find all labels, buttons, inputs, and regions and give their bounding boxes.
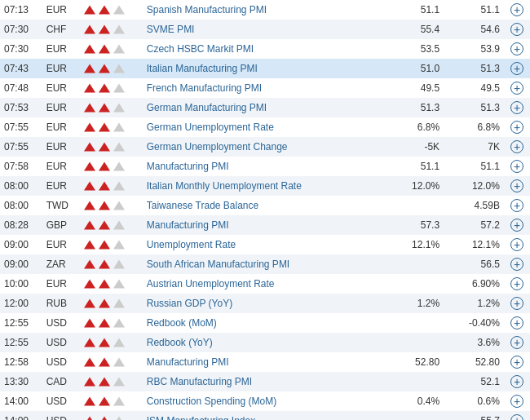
bull-icon [99, 377, 112, 387]
event-time: 14:00 [0, 391, 42, 411]
event-name[interactable]: German Unemployment Rate [143, 117, 383, 137]
event-name[interactable]: South African Manufacturing PMI [143, 254, 383, 274]
add-icon[interactable]: + [510, 160, 523, 173]
event-name[interactable]: Italian Manufacturing PMI [143, 59, 383, 78]
svg-marker-59 [113, 377, 125, 386]
event-add-button[interactable]: + [504, 78, 530, 98]
add-icon[interactable]: + [510, 414, 523, 420]
event-name[interactable]: SVME PMI [143, 20, 383, 39]
event-time: 08:00 [0, 196, 42, 215]
svg-marker-64 [99, 416, 110, 420]
event-name[interactable]: RBC Manufacturing PMI [143, 372, 383, 391]
event-add-button[interactable]: + [504, 333, 530, 352]
event-name[interactable]: Taiwanese Trade Balance [143, 196, 383, 215]
event-name[interactable]: Redbook (MoM) [143, 313, 383, 333]
event-add-button[interactable]: + [504, 176, 530, 196]
event-add-button[interactable]: + [504, 372, 530, 391]
svg-marker-35 [113, 220, 125, 229]
svg-marker-2 [113, 5, 125, 14]
svg-marker-60 [84, 396, 95, 405]
event-name[interactable]: German Unemployment Change [143, 137, 383, 157]
event-name[interactable]: Unemployment Rate [143, 235, 383, 254]
event-add-button[interactable]: + [504, 274, 530, 294]
event-add-button[interactable]: + [504, 0, 530, 20]
bull-icon [99, 201, 112, 210]
event-previous [383, 254, 444, 274]
event-name[interactable]: Czech HSBC Markit PMI [143, 39, 383, 59]
add-icon[interactable]: + [510, 3, 523, 16]
event-name[interactable]: Manufacturing PMI [143, 352, 383, 372]
event-name[interactable]: Italian Monthly Unemployment Rate [143, 176, 383, 196]
add-icon[interactable]: + [510, 199, 523, 212]
add-icon[interactable]: + [510, 297, 523, 310]
economic-calendar-table: 07:13 EUR Spanish Manufacturing PMI 51.1… [0, 0, 530, 420]
svg-marker-46 [99, 298, 110, 307]
event-name[interactable]: Construction Spending (MoM) [143, 391, 383, 411]
event-add-button[interactable]: + [504, 235, 530, 254]
event-add-button[interactable]: + [504, 157, 530, 176]
svg-marker-40 [99, 259, 110, 268]
event-currency: EUR [42, 59, 81, 78]
event-add-button[interactable]: + [504, 20, 530, 39]
event-actual: 51.1 [444, 157, 504, 176]
svg-marker-21 [84, 142, 95, 151]
add-icon[interactable]: + [510, 82, 523, 95]
event-time: 07:53 [0, 98, 42, 117]
add-icon[interactable]: + [510, 238, 523, 251]
add-icon[interactable]: + [510, 219, 523, 232]
add-icon[interactable]: + [510, 62, 523, 75]
event-add-button[interactable]: + [504, 313, 530, 333]
svg-marker-49 [99, 318, 110, 327]
event-name[interactable]: Manufacturing PMI [143, 215, 383, 235]
event-impact-icons [80, 0, 142, 20]
add-icon[interactable]: + [510, 23, 523, 36]
event-add-button[interactable]: + [504, 411, 530, 420]
svg-marker-12 [84, 83, 95, 92]
event-name[interactable]: French Manufacturing PMI [143, 78, 383, 98]
add-icon[interactable]: + [510, 101, 523, 114]
event-actual: 54.6 [444, 20, 504, 39]
event-add-button[interactable]: + [504, 196, 530, 215]
add-icon[interactable]: + [510, 395, 523, 408]
svg-marker-27 [84, 181, 95, 190]
add-icon[interactable]: + [510, 375, 523, 388]
add-icon[interactable]: + [510, 277, 523, 290]
add-icon[interactable]: + [510, 121, 523, 134]
event-add-button[interactable]: + [504, 39, 530, 59]
event-name[interactable]: Spanish Manufacturing PMI [143, 0, 383, 20]
event-name[interactable]: Redbook (YoY) [143, 333, 383, 352]
svg-marker-55 [99, 357, 110, 366]
event-add-button[interactable]: + [504, 352, 530, 372]
event-add-button[interactable]: + [504, 215, 530, 235]
bull-icon [84, 357, 97, 367]
event-add-button[interactable]: + [504, 391, 530, 411]
svg-marker-3 [84, 24, 95, 33]
event-time: 07:48 [0, 78, 42, 98]
add-icon[interactable]: + [510, 336, 523, 349]
event-add-button[interactable]: + [504, 59, 530, 78]
event-previous: 52.80 [383, 352, 444, 372]
event-actual: 53.9 [444, 39, 504, 59]
svg-marker-58 [99, 377, 110, 386]
event-name[interactable]: Manufacturing PMI [143, 157, 383, 176]
svg-marker-61 [99, 396, 110, 405]
bull-icon [99, 5, 112, 15]
event-name[interactable]: German Manufacturing PMI [143, 98, 383, 117]
event-currency: EUR [42, 274, 81, 294]
event-add-button[interactable]: + [504, 117, 530, 137]
event-add-button[interactable]: + [504, 98, 530, 117]
event-name[interactable]: Russian GDP (YoY) [143, 294, 383, 313]
event-name[interactable]: ISM Manufacturing Index [143, 411, 383, 420]
add-icon[interactable]: + [510, 140, 523, 153]
event-actual: 51.3 [444, 59, 504, 78]
event-add-button[interactable]: + [504, 294, 530, 313]
event-add-button[interactable]: + [504, 254, 530, 274]
add-icon[interactable]: + [510, 356, 523, 369]
add-icon[interactable]: + [510, 42, 523, 55]
add-icon[interactable]: + [510, 179, 523, 192]
add-icon[interactable]: + [510, 316, 523, 329]
add-icon[interactable]: + [510, 258, 523, 271]
event-name[interactable]: Austrian Unemployment Rate [143, 274, 383, 294]
bull-icon [99, 240, 112, 250]
event-add-button[interactable]: + [504, 137, 530, 157]
